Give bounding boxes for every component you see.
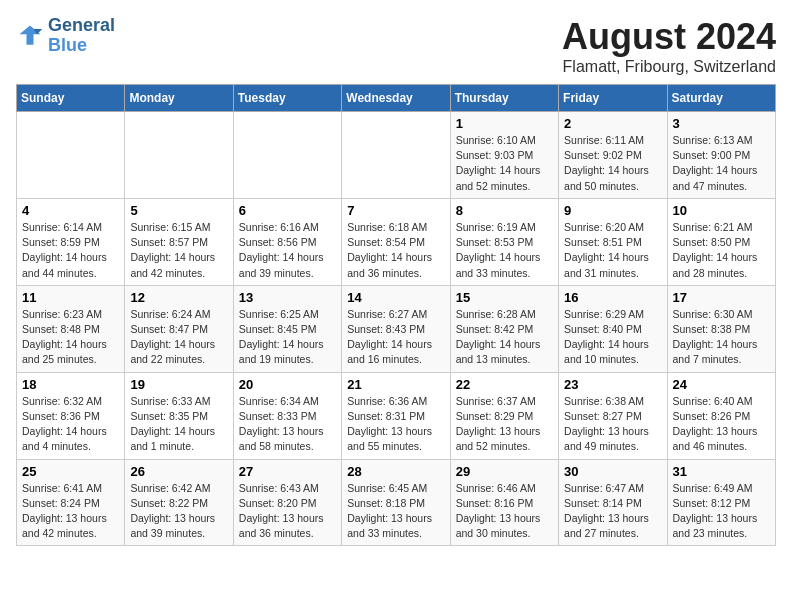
day-cell: 30Sunrise: 6:47 AMSunset: 8:14 PMDayligh… [559, 459, 667, 546]
day-cell: 2Sunrise: 6:11 AMSunset: 9:02 PMDaylight… [559, 112, 667, 199]
day-detail: Sunrise: 6:40 AMSunset: 8:26 PMDaylight:… [673, 394, 770, 455]
day-number: 26 [130, 464, 227, 479]
day-cell: 16Sunrise: 6:29 AMSunset: 8:40 PMDayligh… [559, 285, 667, 372]
day-detail: Sunrise: 6:18 AMSunset: 8:54 PMDaylight:… [347, 220, 444, 281]
day-detail: Sunrise: 6:46 AMSunset: 8:16 PMDaylight:… [456, 481, 553, 542]
day-cell: 18Sunrise: 6:32 AMSunset: 8:36 PMDayligh… [17, 372, 125, 459]
day-cell: 27Sunrise: 6:43 AMSunset: 8:20 PMDayligh… [233, 459, 341, 546]
day-detail: Sunrise: 6:30 AMSunset: 8:38 PMDaylight:… [673, 307, 770, 368]
day-cell: 8Sunrise: 6:19 AMSunset: 8:53 PMDaylight… [450, 198, 558, 285]
day-number: 12 [130, 290, 227, 305]
week-row-3: 11Sunrise: 6:23 AMSunset: 8:48 PMDayligh… [17, 285, 776, 372]
day-number: 9 [564, 203, 661, 218]
day-number: 17 [673, 290, 770, 305]
col-header-wednesday: Wednesday [342, 85, 450, 112]
day-cell: 23Sunrise: 6:38 AMSunset: 8:27 PMDayligh… [559, 372, 667, 459]
day-detail: Sunrise: 6:32 AMSunset: 8:36 PMDaylight:… [22, 394, 119, 455]
day-number: 23 [564, 377, 661, 392]
title-block: August 2024 Flamatt, Fribourg, Switzerla… [562, 16, 776, 76]
day-number: 4 [22, 203, 119, 218]
svg-marker-0 [20, 25, 41, 44]
day-number: 15 [456, 290, 553, 305]
day-detail: Sunrise: 6:36 AMSunset: 8:31 PMDaylight:… [347, 394, 444, 455]
day-number: 21 [347, 377, 444, 392]
day-cell: 20Sunrise: 6:34 AMSunset: 8:33 PMDayligh… [233, 372, 341, 459]
day-cell: 5Sunrise: 6:15 AMSunset: 8:57 PMDaylight… [125, 198, 233, 285]
day-detail: Sunrise: 6:29 AMSunset: 8:40 PMDaylight:… [564, 307, 661, 368]
day-cell [233, 112, 341, 199]
day-cell: 22Sunrise: 6:37 AMSunset: 8:29 PMDayligh… [450, 372, 558, 459]
header: General Blue August 2024 Flamatt, Fribou… [16, 16, 776, 76]
day-cell: 10Sunrise: 6:21 AMSunset: 8:50 PMDayligh… [667, 198, 775, 285]
day-cell: 29Sunrise: 6:46 AMSunset: 8:16 PMDayligh… [450, 459, 558, 546]
day-detail: Sunrise: 6:43 AMSunset: 8:20 PMDaylight:… [239, 481, 336, 542]
day-detail: Sunrise: 6:16 AMSunset: 8:56 PMDaylight:… [239, 220, 336, 281]
week-row-1: 1Sunrise: 6:10 AMSunset: 9:03 PMDaylight… [17, 112, 776, 199]
logo-text: General Blue [48, 16, 115, 56]
day-cell [342, 112, 450, 199]
day-number: 22 [456, 377, 553, 392]
day-cell: 14Sunrise: 6:27 AMSunset: 8:43 PMDayligh… [342, 285, 450, 372]
col-header-sunday: Sunday [17, 85, 125, 112]
day-number: 5 [130, 203, 227, 218]
day-detail: Sunrise: 6:14 AMSunset: 8:59 PMDaylight:… [22, 220, 119, 281]
day-number: 14 [347, 290, 444, 305]
day-detail: Sunrise: 6:45 AMSunset: 8:18 PMDaylight:… [347, 481, 444, 542]
day-number: 3 [673, 116, 770, 131]
day-number: 27 [239, 464, 336, 479]
day-cell [17, 112, 125, 199]
day-detail: Sunrise: 6:13 AMSunset: 9:00 PMDaylight:… [673, 133, 770, 194]
day-number: 11 [22, 290, 119, 305]
day-number: 28 [347, 464, 444, 479]
day-cell: 24Sunrise: 6:40 AMSunset: 8:26 PMDayligh… [667, 372, 775, 459]
day-detail: Sunrise: 6:28 AMSunset: 8:42 PMDaylight:… [456, 307, 553, 368]
col-header-tuesday: Tuesday [233, 85, 341, 112]
day-detail: Sunrise: 6:23 AMSunset: 8:48 PMDaylight:… [22, 307, 119, 368]
day-cell: 21Sunrise: 6:36 AMSunset: 8:31 PMDayligh… [342, 372, 450, 459]
day-number: 7 [347, 203, 444, 218]
week-row-4: 18Sunrise: 6:32 AMSunset: 8:36 PMDayligh… [17, 372, 776, 459]
day-number: 2 [564, 116, 661, 131]
col-header-thursday: Thursday [450, 85, 558, 112]
day-detail: Sunrise: 6:42 AMSunset: 8:22 PMDaylight:… [130, 481, 227, 542]
day-cell: 7Sunrise: 6:18 AMSunset: 8:54 PMDaylight… [342, 198, 450, 285]
page-subtitle: Flamatt, Fribourg, Switzerland [562, 58, 776, 76]
day-detail: Sunrise: 6:21 AMSunset: 8:50 PMDaylight:… [673, 220, 770, 281]
day-number: 20 [239, 377, 336, 392]
calendar-table: SundayMondayTuesdayWednesdayThursdayFrid… [16, 84, 776, 546]
day-detail: Sunrise: 6:27 AMSunset: 8:43 PMDaylight:… [347, 307, 444, 368]
day-cell: 12Sunrise: 6:24 AMSunset: 8:47 PMDayligh… [125, 285, 233, 372]
day-cell: 13Sunrise: 6:25 AMSunset: 8:45 PMDayligh… [233, 285, 341, 372]
day-detail: Sunrise: 6:34 AMSunset: 8:33 PMDaylight:… [239, 394, 336, 455]
col-header-monday: Monday [125, 85, 233, 112]
day-detail: Sunrise: 6:33 AMSunset: 8:35 PMDaylight:… [130, 394, 227, 455]
day-cell: 17Sunrise: 6:30 AMSunset: 8:38 PMDayligh… [667, 285, 775, 372]
day-number: 13 [239, 290, 336, 305]
day-cell: 15Sunrise: 6:28 AMSunset: 8:42 PMDayligh… [450, 285, 558, 372]
day-number: 6 [239, 203, 336, 218]
day-number: 8 [456, 203, 553, 218]
day-cell: 1Sunrise: 6:10 AMSunset: 9:03 PMDaylight… [450, 112, 558, 199]
day-cell: 6Sunrise: 6:16 AMSunset: 8:56 PMDaylight… [233, 198, 341, 285]
day-cell: 25Sunrise: 6:41 AMSunset: 8:24 PMDayligh… [17, 459, 125, 546]
week-row-5: 25Sunrise: 6:41 AMSunset: 8:24 PMDayligh… [17, 459, 776, 546]
day-cell: 28Sunrise: 6:45 AMSunset: 8:18 PMDayligh… [342, 459, 450, 546]
day-number: 24 [673, 377, 770, 392]
day-detail: Sunrise: 6:41 AMSunset: 8:24 PMDaylight:… [22, 481, 119, 542]
logo: General Blue [16, 16, 115, 56]
day-cell [125, 112, 233, 199]
day-number: 25 [22, 464, 119, 479]
day-cell: 9Sunrise: 6:20 AMSunset: 8:51 PMDaylight… [559, 198, 667, 285]
day-detail: Sunrise: 6:24 AMSunset: 8:47 PMDaylight:… [130, 307, 227, 368]
logo-icon [16, 22, 44, 50]
day-detail: Sunrise: 6:37 AMSunset: 8:29 PMDaylight:… [456, 394, 553, 455]
day-number: 30 [564, 464, 661, 479]
day-cell: 3Sunrise: 6:13 AMSunset: 9:00 PMDaylight… [667, 112, 775, 199]
header-row: SundayMondayTuesdayWednesdayThursdayFrid… [17, 85, 776, 112]
day-detail: Sunrise: 6:15 AMSunset: 8:57 PMDaylight:… [130, 220, 227, 281]
day-cell: 11Sunrise: 6:23 AMSunset: 8:48 PMDayligh… [17, 285, 125, 372]
day-detail: Sunrise: 6:11 AMSunset: 9:02 PMDaylight:… [564, 133, 661, 194]
day-detail: Sunrise: 6:47 AMSunset: 8:14 PMDaylight:… [564, 481, 661, 542]
day-cell: 26Sunrise: 6:42 AMSunset: 8:22 PMDayligh… [125, 459, 233, 546]
day-detail: Sunrise: 6:10 AMSunset: 9:03 PMDaylight:… [456, 133, 553, 194]
